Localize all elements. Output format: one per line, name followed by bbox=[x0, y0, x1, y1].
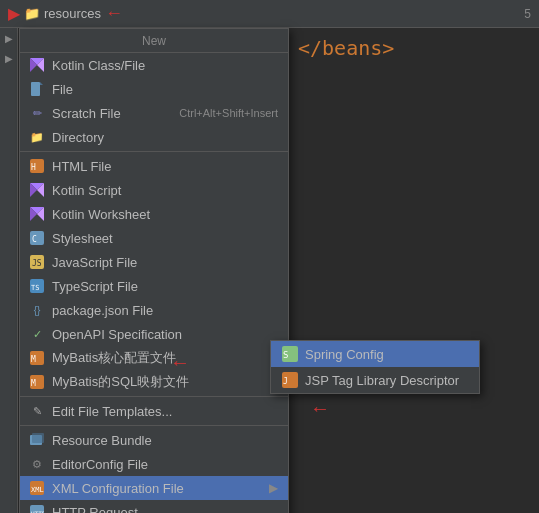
kotlin-class-label: Kotlin Class/File bbox=[52, 58, 278, 73]
xml-config-icon: XML bbox=[28, 479, 46, 497]
svg-text:C: C bbox=[32, 235, 37, 244]
scratch-icon: ✏ bbox=[28, 104, 46, 122]
openapi-icon: ✓ bbox=[28, 325, 46, 343]
menu-item-edit-templates[interactable]: ✎ Edit File Templates... bbox=[20, 399, 288, 423]
editor-code: </beans> bbox=[298, 36, 531, 60]
svg-text:TS: TS bbox=[31, 284, 39, 292]
javascript-icon: JS bbox=[28, 253, 46, 271]
typescript-icon: TS bbox=[28, 277, 46, 295]
menu-item-resource-bundle[interactable]: Resource Bundle bbox=[20, 428, 288, 452]
svg-text:M: M bbox=[31, 355, 36, 364]
menu-item-editorconfig[interactable]: ⚙ EditorConfig File bbox=[20, 452, 288, 476]
menu-item-kotlin-class[interactable]: Kotlin Class/File bbox=[20, 53, 288, 77]
jsp-tag-label: JSP Tag Library Descriptor bbox=[305, 373, 459, 388]
edit-templates-icon: ✎ bbox=[28, 402, 46, 420]
file-icon bbox=[28, 80, 46, 98]
stylesheet-label: Stylesheet bbox=[52, 231, 278, 246]
svg-text:XML: XML bbox=[31, 486, 44, 494]
menu-item-scratch[interactable]: ✏ Scratch File Ctrl+Alt+Shift+Insert bbox=[20, 101, 288, 125]
kotlin-script-label: Kotlin Script bbox=[52, 183, 278, 198]
sidebar-strip: ▶ ▶ bbox=[0, 28, 18, 513]
spring-config-icon: S bbox=[281, 345, 299, 363]
menu-item-typescript[interactable]: TS TypeScript File bbox=[20, 274, 288, 298]
menu-item-packagejson[interactable]: {} package.json File bbox=[20, 298, 288, 322]
top-bar-label: resources bbox=[44, 6, 101, 21]
svg-text:J: J bbox=[283, 377, 288, 386]
menu-item-mybatis-sql[interactable]: M MyBatis的SQL映射文件 bbox=[20, 370, 288, 394]
mybatis-sql-label: MyBatis的SQL映射文件 bbox=[52, 373, 278, 391]
resource-bundle-icon bbox=[28, 431, 46, 449]
red-arrow-xml: ← bbox=[170, 351, 190, 374]
menu-item-xml-config[interactable]: XML XML Configuration File bbox=[20, 476, 288, 500]
menu-item-javascript[interactable]: JS JavaScript File bbox=[20, 250, 288, 274]
expand-arrow: ▶ bbox=[8, 4, 20, 23]
submenu: S Spring Config J JSP Tag Library Descri… bbox=[270, 340, 480, 394]
scratch-shortcut: Ctrl+Alt+Shift+Insert bbox=[179, 107, 278, 119]
svg-rect-24 bbox=[32, 433, 44, 443]
menu-item-stylesheet[interactable]: C Stylesheet bbox=[20, 226, 288, 250]
spring-config-label: Spring Config bbox=[305, 347, 384, 362]
menu-item-openapi[interactable]: ✓ OpenAPI Specification bbox=[20, 322, 288, 346]
http-label: HTTP Request bbox=[52, 505, 278, 514]
javascript-label: JavaScript File bbox=[52, 255, 278, 270]
stylesheet-icon: C bbox=[28, 229, 46, 247]
directory-icon: 📁 bbox=[28, 128, 46, 146]
html-label: HTML File bbox=[52, 159, 278, 174]
svg-marker-4 bbox=[40, 82, 43, 85]
menu-item-mybatis-config[interactable]: M MyBatis核心配置文件 bbox=[20, 346, 288, 370]
submenu-item-spring-config[interactable]: S Spring Config bbox=[271, 341, 479, 367]
openapi-label: OpenAPI Specification bbox=[52, 327, 278, 342]
menu-item-directory[interactable]: 📁 Directory bbox=[20, 125, 288, 149]
editor-area: </beans> bbox=[290, 28, 539, 513]
sidebar-item-2: ▶ bbox=[0, 48, 17, 68]
kotlin-script-icon bbox=[28, 181, 46, 199]
separator-1 bbox=[20, 151, 288, 152]
menu-item-file[interactable]: File bbox=[20, 77, 288, 101]
top-bar: ▶ 📁 resources ← 5 bbox=[0, 0, 539, 28]
separator-3 bbox=[20, 425, 288, 426]
red-arrow-top: ← bbox=[105, 3, 123, 24]
packagejson-label: package.json File bbox=[52, 303, 278, 318]
mybatis-config-icon: M bbox=[28, 349, 46, 367]
svg-text:JS: JS bbox=[32, 259, 42, 268]
svg-text:S: S bbox=[283, 350, 288, 360]
resource-bundle-label: Resource Bundle bbox=[52, 433, 278, 448]
packagejson-icon: {} bbox=[28, 301, 46, 319]
menu-item-http[interactable]: HTTP HTTP Request bbox=[20, 500, 288, 513]
kotlin-worksheet-label: Kotlin Worksheet bbox=[52, 207, 278, 222]
svg-rect-3 bbox=[31, 82, 40, 96]
red-arrow-spring: ← bbox=[310, 397, 330, 420]
edit-templates-label: Edit File Templates... bbox=[52, 404, 278, 419]
svg-text:M: M bbox=[31, 379, 36, 388]
top-bar-badge: 5 bbox=[524, 7, 531, 21]
kotlin-worksheet-icon bbox=[28, 205, 46, 223]
editorconfig-icon: ⚙ bbox=[28, 455, 46, 473]
submenu-item-jsp-tag[interactable]: J JSP Tag Library Descriptor bbox=[271, 367, 479, 393]
context-menu: New Kotlin Class/File File ✏ Scratch Fil… bbox=[19, 28, 289, 513]
xml-config-arrow bbox=[269, 481, 278, 495]
typescript-label: TypeScript File bbox=[52, 279, 278, 294]
jsp-tag-icon: J bbox=[281, 371, 299, 389]
kotlin-class-icon bbox=[28, 56, 46, 74]
svg-text:H: H bbox=[31, 163, 36, 172]
editorconfig-label: EditorConfig File bbox=[52, 457, 278, 472]
sidebar-item-1: ▶ bbox=[0, 28, 17, 48]
scratch-label: Scratch File bbox=[52, 106, 171, 121]
html-icon: H bbox=[28, 157, 46, 175]
mybatis-config-label: MyBatis核心配置文件 bbox=[52, 349, 278, 367]
menu-item-kotlin-worksheet[interactable]: Kotlin Worksheet bbox=[20, 202, 288, 226]
xml-config-label: XML Configuration File bbox=[52, 481, 265, 496]
separator-2 bbox=[20, 396, 288, 397]
http-icon: HTTP bbox=[28, 503, 46, 513]
menu-item-html[interactable]: H HTML File bbox=[20, 154, 288, 178]
file-label: File bbox=[52, 82, 278, 97]
menu-header: New bbox=[20, 29, 288, 53]
resources-folder-icon: 📁 bbox=[24, 6, 40, 21]
directory-label: Directory bbox=[52, 130, 278, 145]
mybatis-sql-icon: M bbox=[28, 373, 46, 391]
menu-item-kotlin-script[interactable]: Kotlin Script bbox=[20, 178, 288, 202]
